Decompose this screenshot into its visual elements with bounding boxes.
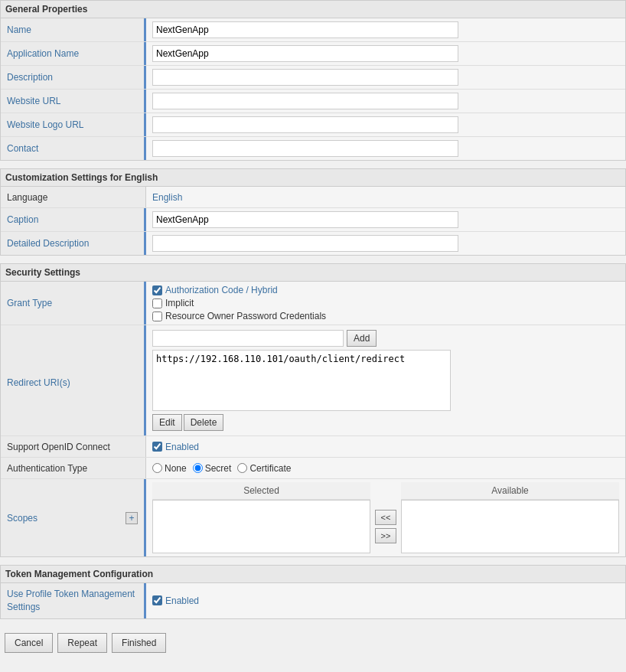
caption-row: Caption bbox=[1, 208, 625, 232]
detailed-desc-row: Detailed Description bbox=[1, 232, 625, 255]
support-openid-checkbox[interactable] bbox=[152, 442, 162, 452]
ropc-label: Resource Owner Password Credentials bbox=[165, 311, 326, 321]
grant-type-auth-code: Authorization Code / Hybrid bbox=[152, 285, 326, 295]
website-logo-value-cell bbox=[146, 113, 625, 136]
website-url-input[interactable] bbox=[152, 93, 458, 109]
contact-label: Contact bbox=[1, 137, 146, 160]
support-openid-value-cell: Enabled bbox=[146, 439, 625, 455]
token-management-header: Token Management Configuration bbox=[0, 565, 626, 582]
language-value-cell: English bbox=[146, 189, 625, 206]
auth-type-value-cell: None Secret Certificate bbox=[146, 460, 625, 477]
general-properties-section: General Properties Name Application Name… bbox=[0, 0, 626, 161]
scopes-headers: Selected Available bbox=[152, 482, 619, 500]
auth-type-label: Authentication Type bbox=[1, 458, 146, 478]
website-logo-input[interactable] bbox=[152, 116, 458, 133]
implicit-label: Implicit bbox=[165, 298, 194, 308]
contact-input[interactable] bbox=[152, 140, 458, 157]
description-label: Description bbox=[1, 66, 146, 89]
scopes-body: << >> bbox=[152, 500, 619, 553]
security-section: Security Settings Grant Type Authorizati… bbox=[0, 263, 626, 557]
support-openid-label: Support OpenID Connect bbox=[1, 436, 146, 457]
detailed-desc-input[interactable] bbox=[152, 235, 458, 252]
app-name-label: Application Name bbox=[1, 42, 146, 65]
website-logo-row: Website Logo URL bbox=[1, 113, 625, 137]
finished-button[interactable]: Finished bbox=[112, 633, 166, 653]
security-body: Grant Type Authorization Code / Hybrid I… bbox=[0, 281, 626, 557]
website-logo-label: Website Logo URL bbox=[1, 113, 146, 136]
grant-type-value-cell: Authorization Code / Hybrid Implicit Res… bbox=[146, 282, 625, 325]
language-label: Language bbox=[1, 187, 146, 207]
token-use-profile-value-cell: Enabled bbox=[146, 592, 625, 609]
cancel-button[interactable]: Cancel bbox=[5, 633, 53, 653]
support-openid-row: Support OpenID Connect Enabled bbox=[1, 436, 625, 458]
description-value-cell bbox=[146, 66, 625, 89]
redirect-uri-row: Redirect URI(s) Add https://192.168.110.… bbox=[1, 325, 625, 436]
auth-code-checkbox[interactable] bbox=[152, 285, 162, 295]
general-properties-body: Name Application Name Description Websit… bbox=[0, 18, 626, 161]
redirect-edit-button[interactable]: Edit bbox=[152, 414, 182, 431]
customization-body: Language English Caption Detailed Descri… bbox=[0, 186, 626, 256]
grant-type-label: Grant Type bbox=[1, 282, 146, 325]
scopes-arrows: << >> bbox=[370, 507, 401, 546]
scopes-move-left-button[interactable]: << bbox=[375, 510, 396, 525]
auth-type-secret-label: Secret bbox=[205, 463, 232, 474]
scopes-move-right-button[interactable]: >> bbox=[375, 528, 396, 543]
scopes-label-with-plus: Scopes + bbox=[7, 512, 138, 524]
auth-type-none-label: None bbox=[165, 463, 187, 474]
caption-input[interactable] bbox=[152, 211, 458, 228]
website-url-label: Website URL bbox=[1, 90, 146, 113]
auth-type-radio-group: None Secret Certificate bbox=[152, 463, 291, 474]
auth-type-none: None bbox=[152, 463, 187, 474]
scopes-value-cell: Selected Available << >> bbox=[146, 479, 625, 556]
implicit-checkbox[interactable] bbox=[152, 298, 162, 308]
redirect-uri-textarea[interactable]: https://192.168.110.101/oauth/client/red… bbox=[152, 350, 451, 411]
app-name-input[interactable] bbox=[152, 45, 458, 62]
ropc-checkbox[interactable] bbox=[152, 312, 162, 321]
token-use-profile-row: Use Profile Token Management Settings En… bbox=[1, 583, 625, 618]
token-use-profile-checkbox-item: Enabled bbox=[152, 595, 199, 606]
grant-type-implicit: Implicit bbox=[152, 298, 326, 308]
language-row: Language English bbox=[1, 187, 625, 208]
auth-type-certificate-label: Certificate bbox=[249, 463, 291, 474]
security-header: Security Settings bbox=[0, 263, 626, 281]
name-row: Name bbox=[1, 18, 625, 42]
detailed-desc-label: Detailed Description bbox=[1, 232, 146, 255]
website-url-value-cell bbox=[146, 90, 625, 113]
auth-type-none-radio[interactable] bbox=[152, 463, 162, 473]
scopes-available-list[interactable] bbox=[401, 500, 619, 553]
token-management-section: Token Management Configuration Use Profi… bbox=[0, 565, 626, 619]
description-input[interactable] bbox=[152, 69, 458, 86]
scopes-label-cell: Scopes + bbox=[1, 479, 146, 556]
support-openid-enabled-label: Enabled bbox=[165, 442, 199, 452]
redirect-add-button[interactable]: Add bbox=[347, 330, 377, 347]
scopes-spacer bbox=[370, 482, 401, 500]
redirect-action-buttons: Edit Delete bbox=[152, 414, 223, 431]
grant-type-ropc: Resource Owner Password Credentials bbox=[152, 311, 326, 321]
auth-type-row: Authentication Type None Secret bbox=[1, 458, 625, 479]
redirect-add-input[interactable] bbox=[152, 330, 344, 347]
redirect-delete-button[interactable]: Delete bbox=[184, 414, 224, 431]
scopes-add-button[interactable]: + bbox=[126, 512, 138, 524]
customization-section: Customization Settings for English Langu… bbox=[0, 168, 626, 256]
scopes-available-header: Available bbox=[401, 482, 619, 500]
customization-header: Customization Settings for English bbox=[0, 168, 626, 186]
page-container: General Properties Name Application Name… bbox=[0, 0, 626, 659]
scopes-selected-list[interactable] bbox=[152, 500, 370, 553]
auth-type-certificate-radio[interactable] bbox=[237, 463, 247, 473]
token-use-profile-enabled-label: Enabled bbox=[165, 595, 199, 606]
auth-type-secret-radio[interactable] bbox=[193, 463, 203, 473]
app-name-value-cell bbox=[146, 42, 625, 65]
scopes-row: Scopes + Selected Available << >> bbox=[1, 479, 625, 556]
token-management-body: Use Profile Token Management Settings En… bbox=[0, 582, 626, 619]
name-value-cell bbox=[146, 18, 625, 41]
grant-type-row: Grant Type Authorization Code / Hybrid I… bbox=[1, 282, 625, 325]
token-use-profile-checkbox[interactable] bbox=[152, 595, 162, 605]
caption-value-cell bbox=[146, 208, 625, 231]
name-input[interactable] bbox=[152, 21, 458, 38]
support-openid-checkbox-item: Enabled bbox=[152, 442, 199, 452]
website-url-row: Website URL bbox=[1, 90, 625, 113]
caption-label: Caption bbox=[1, 208, 146, 231]
scopes-selected-header: Selected bbox=[152, 482, 370, 500]
repeat-button[interactable]: Repeat bbox=[57, 633, 107, 653]
scopes-label: Scopes bbox=[7, 513, 37, 524]
